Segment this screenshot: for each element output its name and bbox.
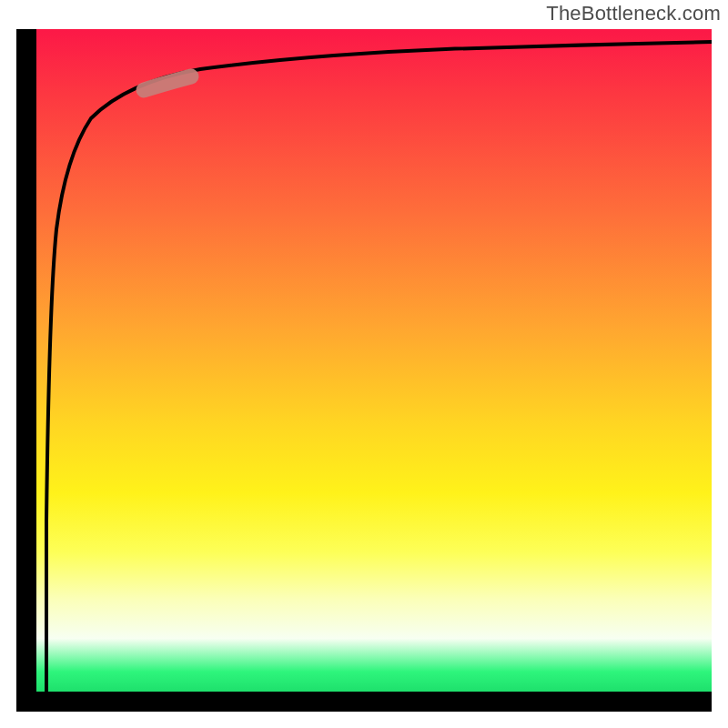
curve-layer — [36, 29, 712, 692]
attribution-text: TheBottleneck.com — [546, 2, 721, 25]
bottleneck-curve — [46, 42, 712, 692]
plot-frame — [16, 29, 712, 712]
highlight-segment — [144, 76, 191, 90]
chart-root: TheBottleneck.com — [0, 0, 728, 728]
